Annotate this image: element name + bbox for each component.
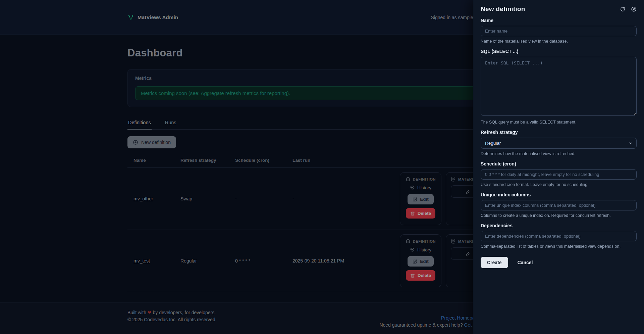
refresh-strategy-label: Refresh strategy [481, 130, 637, 135]
chevron-down-icon [629, 141, 633, 145]
dependencies-label: Dependencies [481, 223, 637, 228]
name-help: Name of the materialised view in the dat… [481, 39, 637, 44]
name-field-group: Name Name of the materialised view in th… [481, 18, 637, 44]
unique-index-field-group: Unique index columns Columns to create a… [481, 192, 637, 218]
sql-textarea[interactable] [481, 57, 637, 116]
drawer-title: New definition [481, 5, 525, 13]
dependencies-help: Comma-separated list of tables or views … [481, 244, 637, 249]
unique-index-help: Columns to create a unique index on. Req… [481, 213, 637, 218]
schedule-label: Schedule (cron) [481, 161, 637, 166]
refresh-strategy-select[interactable]: Regular [481, 138, 637, 149]
dependencies-field-group: Dependencies Comma-separated list of tab… [481, 223, 637, 249]
refresh-icon[interactable] [620, 6, 626, 12]
schedule-input[interactable] [481, 169, 637, 180]
new-definition-drawer: New definition Name Name of the material… [473, 0, 644, 334]
name-label: Name [481, 18, 637, 23]
create-button[interactable]: Create [481, 257, 508, 268]
unique-index-input[interactable] [481, 200, 637, 210]
name-input[interactable] [481, 26, 637, 36]
cancel-button[interactable]: Cancel [518, 260, 533, 265]
dependencies-input[interactable] [481, 231, 637, 241]
sql-label: SQL (SELECT ...) [481, 49, 637, 54]
sql-help: The SQL query must be a valid SELECT sta… [481, 120, 637, 125]
refresh-strategy-field-group: Refresh strategy Regular Determines how … [481, 130, 637, 156]
schedule-field-group: Schedule (cron) Use standard cron format… [481, 161, 637, 187]
schedule-help: Use standard cron format. Leave empty fo… [481, 182, 637, 187]
unique-index-label: Unique index columns [481, 192, 637, 197]
close-icon[interactable] [631, 6, 637, 12]
sql-field-group: SQL (SELECT ...) The SQL query must be a… [481, 49, 637, 125]
refresh-strategy-help: Determines how the materialised view is … [481, 151, 637, 156]
